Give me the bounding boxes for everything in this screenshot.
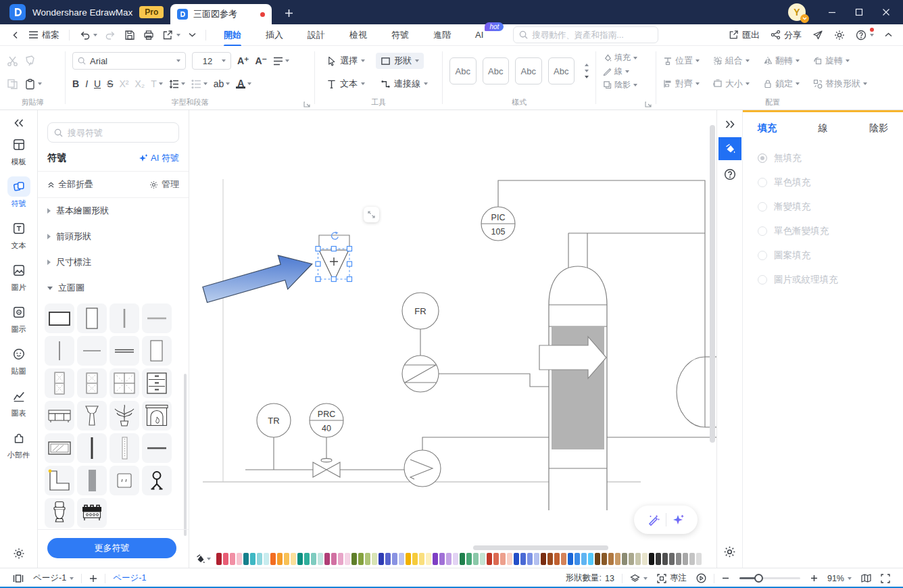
color-swatch[interactable] [480,553,485,565]
pan-map-button[interactable] [856,574,876,583]
symbol-window-cross[interactable] [109,368,139,398]
color-swatch[interactable] [372,553,377,565]
symbol-outlet[interactable] [109,466,139,495]
collapse-left-panel-button[interactable] [14,118,24,128]
color-swatch[interactable] [439,553,445,565]
text-color-button[interactable]: T [151,78,163,89]
symbol-panel-rectangle[interactable] [142,336,172,366]
color-swatch[interactable] [426,553,431,565]
color-swatch[interactable] [473,553,479,565]
shadow-button[interactable]: 陰影 [603,78,649,91]
more-symbols-button[interactable]: 更多符號 [47,538,176,558]
option-mono-gradient-fill[interactable]: 單色漸變填充 [758,225,888,237]
symbol-dotted-strip[interactable] [109,433,139,463]
help-panel-button[interactable] [721,166,739,183]
category-basic-shapes[interactable]: 基本繪圖形狀 [38,198,189,224]
sidebar-item-icons[interactable]: 圖示 [7,302,30,335]
canvas-expand-chip[interactable] [364,207,379,222]
superscript-button[interactable]: X² [119,78,128,89]
menu-tab-advanced[interactable]: 進階 [426,26,458,45]
ai-symbols-link[interactable]: AI 符號 [139,152,179,164]
color-swatch[interactable] [642,553,648,565]
line-button[interactable]: 線 [603,65,649,78]
symbol-tall-rectangle[interactable] [77,303,107,333]
select-tool[interactable]: 選擇 [322,53,370,69]
color-swatch[interactable] [291,553,296,565]
color-swatch[interactable] [493,553,499,565]
color-swatch[interactable] [602,553,607,565]
menu-tab-ai[interactable]: AIhot [468,26,490,43]
option-picture-fill[interactable]: 圖片或紋理填充 [758,274,888,286]
shape-tool[interactable]: 形狀 [376,53,424,69]
document-tab[interactable]: 三面図参考 [170,4,272,24]
symbol-vertical-line[interactable] [109,303,139,333]
line-spacing-button[interactable] [169,80,185,89]
color-swatch[interactable] [588,553,593,565]
symbol-search[interactable] [47,122,179,143]
color-swatch[interactable] [399,553,404,565]
fill-group-expand-icon[interactable] [645,101,652,107]
color-swatch[interactable] [527,553,533,565]
symbol-panel-scrollbar[interactable] [184,374,187,536]
color-swatch[interactable] [311,553,316,565]
style-scroll-down-icon[interactable] [585,70,589,72]
symbol-door-panel-dashed[interactable] [45,368,74,398]
color-swatch[interactable] [358,553,364,565]
export-quick-button[interactable] [158,27,185,43]
font-family-combo[interactable]: Arial [72,52,186,70]
symbol-fireplace[interactable] [142,401,172,431]
font-group-expand-icon[interactable] [303,101,310,107]
style-preset-3[interactable]: Abc [515,57,542,84]
sidebar-item-stickers[interactable]: 貼圖 [7,344,30,376]
menu-tab-view[interactable]: 檢視 [343,26,374,45]
palette-settings-button[interactable] [723,545,736,558]
symbol-thick-vertical-line[interactable] [77,433,107,463]
control-valve[interactable] [313,458,340,477]
color-swatch[interactable] [669,553,675,565]
quick-fill-button[interactable] [195,554,211,564]
symbol-search-input[interactable] [68,128,169,138]
zoom-slider[interactable] [739,577,800,579]
sidebar-item-widgets[interactable]: 小部件 [7,428,30,460]
underline-button[interactable]: U [94,78,101,89]
color-swatch[interactable] [595,553,600,565]
style-more-icon[interactable] [585,76,589,78]
color-swatch[interactable] [406,553,411,565]
rotate-button[interactable]: 旋轉 [813,55,850,67]
sidebar-item-symbols[interactable]: 符號 [7,176,30,209]
tab-fill[interactable]: 填充 [758,122,801,134]
color-swatch[interactable] [466,553,472,565]
export-button[interactable]: 匯出 [725,26,764,44]
color-swatch[interactable] [277,553,283,565]
style-preset-4[interactable]: Abc [548,57,575,84]
cut-button[interactable] [7,55,18,67]
layers-button[interactable] [625,574,652,583]
left-rail-settings-button[interactable] [0,547,38,560]
paste-button[interactable] [24,78,42,90]
canvas-horizontal-scrollbar[interactable] [473,545,608,550]
option-no-fill[interactable]: 無填充 [758,152,888,164]
settings-button[interactable] [830,27,849,43]
zoom-slider-knob[interactable] [754,574,763,583]
symbol-rectangle[interactable] [45,303,74,333]
collapse-ribbon-button[interactable] [881,30,896,40]
focus-mode-button[interactable]: 專注 [652,572,691,584]
symbol-double-horizontal-line[interactable] [109,336,139,366]
color-swatch[interactable] [338,553,343,565]
color-swatch[interactable] [649,553,654,565]
color-swatch[interactable] [419,553,424,565]
color-swatch[interactable] [318,553,323,565]
option-pattern-fill[interactable]: 圖案填充 [758,249,888,262]
font-color-button[interactable]: A [236,79,251,89]
presentation-button[interactable] [691,573,711,583]
symbol-sofa[interactable] [45,401,74,431]
size-button[interactable]: 大小 [713,78,750,90]
color-swatch[interactable] [615,553,620,565]
color-swatch[interactable] [683,553,688,565]
color-swatch[interactable] [284,553,289,565]
font-size-combo[interactable]: 12 [192,52,231,70]
color-swatch[interactable] [575,553,580,565]
subscript-button[interactable]: X₂ [135,78,145,89]
color-swatch[interactable] [365,553,370,565]
align-button[interactable] [273,57,289,66]
